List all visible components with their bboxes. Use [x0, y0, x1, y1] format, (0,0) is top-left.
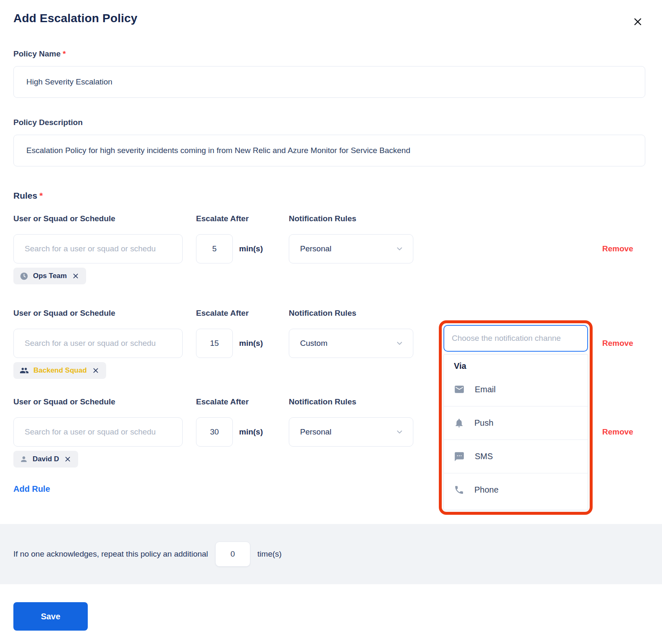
- rule-1-header: User or Squad or Schedule Escalate After…: [13, 214, 645, 223]
- channel-option-label: SMS: [475, 452, 493, 461]
- chevron-down-icon: [395, 339, 404, 348]
- policy-name-input[interactable]: [13, 66, 645, 98]
- repeat-count-input[interactable]: [215, 542, 250, 567]
- policy-name-label-text: Policy Name: [13, 49, 61, 58]
- push-bell-icon: [454, 418, 464, 428]
- remove-tag-button[interactable]: [71, 272, 80, 280]
- via-group-label: Via: [444, 355, 588, 373]
- save-button[interactable]: Save: [13, 602, 88, 631]
- required-asterisk: *: [63, 49, 66, 58]
- tag-label: David D: [33, 455, 59, 463]
- search-user-input[interactable]: [13, 329, 183, 358]
- repeat-text-after: time(s): [257, 549, 282, 559]
- escalate-after-input[interactable]: [196, 329, 233, 358]
- selected-notification-rule: Personal: [300, 427, 331, 437]
- notification-rules-select[interactable]: Personal: [289, 234, 413, 263]
- page-title: Add Escalation Policy: [13, 12, 137, 25]
- policy-description-input[interactable]: [13, 135, 645, 166]
- channel-option-label: Email: [475, 385, 496, 394]
- schedule-tag-chip: Ops Team: [13, 268, 86, 284]
- column-user-label: User or Squad or Schedule: [13, 309, 196, 318]
- selected-notification-rule: Custom: [300, 339, 327, 348]
- search-user-input[interactable]: [13, 234, 183, 263]
- squad-tag-chip: Backend Squad: [13, 362, 106, 379]
- escalate-after-input[interactable]: [196, 417, 233, 447]
- mins-label: min(s): [239, 244, 263, 253]
- mins-label: min(s): [239, 339, 263, 348]
- remove-tag-button[interactable]: [92, 366, 100, 375]
- close-icon: [64, 456, 71, 463]
- rule-1-tags: Ops Team: [13, 268, 645, 284]
- close-icon: [633, 17, 643, 27]
- close-icon: [72, 273, 79, 279]
- rule-row-1: min(s) Personal Remove: [13, 234, 645, 263]
- remove-rule-button[interactable]: Remove: [602, 427, 633, 437]
- channel-option-push[interactable]: Push: [444, 406, 588, 440]
- column-notification-label: Notification Rules: [289, 214, 356, 223]
- notification-rules-select[interactable]: Custom: [289, 329, 413, 358]
- channel-option-label: Phone: [474, 485, 499, 495]
- selected-notification-rule: Personal: [300, 244, 331, 253]
- escalate-after-input[interactable]: [196, 234, 233, 263]
- tag-label: Backend Squad: [33, 366, 87, 375]
- close-icon: [92, 367, 99, 374]
- search-user-input[interactable]: [13, 417, 183, 447]
- column-user-label: User or Squad or Schedule: [13, 397, 196, 406]
- add-rule-button[interactable]: Add Rule: [13, 484, 50, 494]
- required-asterisk: *: [39, 191, 43, 200]
- channel-search-input[interactable]: [443, 325, 588, 352]
- modal-header: Add Escalation Policy: [13, 12, 645, 29]
- remove-rule-button[interactable]: Remove: [602, 339, 633, 348]
- policy-description-label: Policy Description: [13, 118, 645, 127]
- mins-label: min(s): [239, 427, 263, 437]
- channel-option-email[interactable]: Email: [444, 373, 588, 406]
- rules-label-text: Rules: [13, 191, 37, 200]
- squad-icon: [20, 366, 29, 375]
- remove-rule-button[interactable]: Remove: [602, 244, 633, 253]
- notification-channel-dropdown-highlight: Via Email Push SMS Phone: [439, 320, 593, 515]
- tag-label: Ops Team: [33, 272, 67, 280]
- rule-2-header: User or Squad or Schedule Escalate After…: [13, 309, 645, 318]
- rules-section-label: Rules*: [13, 191, 645, 201]
- notification-rules-select[interactable]: Personal: [289, 417, 413, 447]
- repeat-text-before: If no one acknowledges, repeat this poli…: [13, 549, 208, 559]
- column-user-label: User or Squad or Schedule: [13, 214, 196, 223]
- repeat-policy-bar: If no one acknowledges, repeat this poli…: [0, 524, 662, 584]
- chevron-down-icon: [395, 428, 404, 436]
- column-escalate-label: Escalate After: [196, 309, 289, 318]
- column-notification-label: Notification Rules: [289, 309, 356, 318]
- clock-icon: [20, 272, 28, 281]
- channel-option-sms[interactable]: SMS: [444, 440, 588, 473]
- close-button[interactable]: [630, 14, 645, 29]
- column-escalate-label: Escalate After: [196, 214, 289, 223]
- remove-tag-button[interactable]: [64, 455, 72, 463]
- column-notification-label: Notification Rules: [289, 397, 356, 406]
- channel-options-panel: Via Email Push SMS Phone: [443, 354, 588, 510]
- column-escalate-label: Escalate After: [196, 397, 289, 406]
- phone-icon: [454, 485, 464, 495]
- email-icon: [454, 384, 465, 395]
- chevron-down-icon: [395, 245, 404, 253]
- sms-icon: [454, 451, 465, 462]
- channel-option-label: Push: [474, 418, 494, 428]
- policy-name-label: Policy Name*: [13, 49, 645, 59]
- user-icon: [20, 455, 28, 463]
- user-tag-chip: David D: [13, 451, 78, 468]
- channel-option-phone[interactable]: Phone: [444, 473, 588, 506]
